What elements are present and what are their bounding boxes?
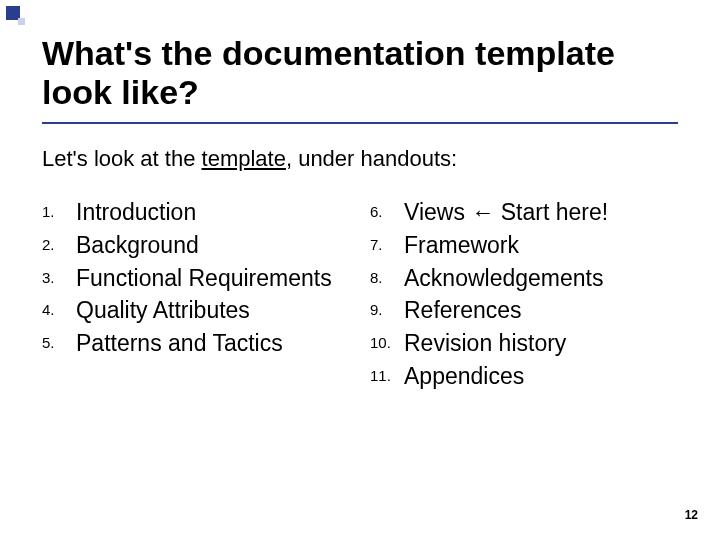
list-item: 2. Background	[42, 231, 350, 260]
page-number: 12	[685, 508, 698, 522]
list-item: 7. Framework	[370, 231, 678, 260]
list-item: 10. Revision history	[370, 329, 678, 358]
subtitle-post: , under handouts:	[286, 146, 457, 171]
item-number: 11.	[370, 362, 404, 384]
subtitle-pre: Let's look at the	[42, 146, 202, 171]
item-number: 7.	[370, 231, 404, 253]
slide-body: What's the documentation template look l…	[0, 0, 720, 395]
list-item: 1. Introduction	[42, 198, 350, 227]
item-text: Background	[76, 231, 199, 260]
item-text: Acknowledgements	[404, 264, 603, 293]
item-number: 10.	[370, 329, 404, 351]
item-text: Introduction	[76, 198, 196, 227]
item-text: References	[404, 296, 522, 325]
item-text: Functional Requirements	[76, 264, 332, 293]
list-item: 3. Functional Requirements	[42, 264, 350, 293]
left-arrow-icon: ←	[471, 199, 494, 225]
item-text: Patterns and Tactics	[76, 329, 283, 358]
list-item: 9. References	[370, 296, 678, 325]
right-column: 6. Views ← Start here! 7. Framework 8. A…	[370, 198, 678, 395]
list-item: 11. Appendices	[370, 362, 678, 391]
corner-decoration	[0, 0, 28, 32]
list-item: 5. Patterns and Tactics	[42, 329, 350, 358]
item-number: 9.	[370, 296, 404, 318]
item-number: 1.	[42, 198, 76, 220]
item-number: 2.	[42, 231, 76, 253]
item-text: Revision history	[404, 329, 566, 358]
item-text: Framework	[404, 231, 519, 260]
item-text: Appendices	[404, 362, 524, 391]
list-columns: 1. Introduction 2. Background 3. Functio…	[42, 198, 678, 395]
list-item: 6. Views ← Start here!	[370, 198, 678, 227]
slide-subtitle: Let's look at the template, under handou…	[42, 146, 678, 172]
deco-square-small	[18, 18, 25, 25]
item-text-post: Start here!	[494, 199, 608, 225]
slide-title: What's the documentation template look l…	[42, 34, 678, 124]
item-text: Quality Attributes	[76, 296, 250, 325]
item-text-pre: Views	[404, 199, 471, 225]
item-number: 8.	[370, 264, 404, 286]
item-text: Views ← Start here!	[404, 198, 608, 227]
item-number: 5.	[42, 329, 76, 351]
template-link[interactable]: template	[202, 146, 286, 171]
left-column: 1. Introduction 2. Background 3. Functio…	[42, 198, 350, 395]
item-number: 3.	[42, 264, 76, 286]
item-number: 4.	[42, 296, 76, 318]
item-number: 6.	[370, 198, 404, 220]
list-item: 8. Acknowledgements	[370, 264, 678, 293]
list-item: 4. Quality Attributes	[42, 296, 350, 325]
